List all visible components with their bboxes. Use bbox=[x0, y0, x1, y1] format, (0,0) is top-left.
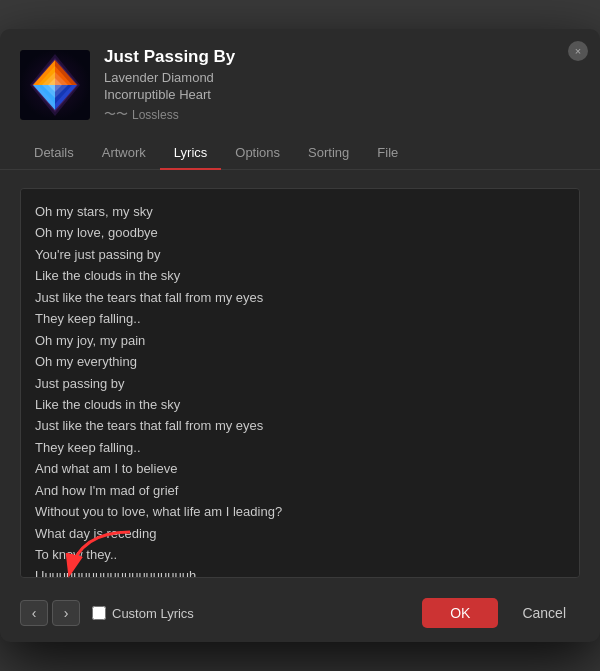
album-art bbox=[20, 50, 90, 120]
footer: ‹ › Custom Lyrics OK Cancel bbox=[0, 588, 600, 642]
lossless-icon: 〜〜 bbox=[104, 106, 128, 123]
next-button[interactable]: › bbox=[52, 600, 80, 626]
nav-buttons: ‹ › bbox=[20, 600, 80, 626]
tab-options[interactable]: Options bbox=[221, 137, 294, 170]
quality-label: Lossless bbox=[132, 108, 179, 122]
tab-sorting[interactable]: Sorting bbox=[294, 137, 363, 170]
tab-file[interactable]: File bbox=[363, 137, 412, 170]
custom-lyrics-checkbox[interactable] bbox=[92, 606, 106, 620]
footer-left: ‹ › Custom Lyrics bbox=[20, 600, 194, 626]
content-area: Oh my stars, my sky Oh my love, goodbye … bbox=[0, 170, 600, 588]
track-quality: 〜〜 Lossless bbox=[104, 106, 580, 123]
footer-right: OK Cancel bbox=[422, 598, 580, 628]
album-art-image bbox=[20, 50, 90, 120]
track-info: Just Passing By Lavender Diamond Incorru… bbox=[104, 47, 580, 123]
track-title: Just Passing By bbox=[104, 47, 580, 67]
tab-artwork[interactable]: Artwork bbox=[88, 137, 160, 170]
tab-details[interactable]: Details bbox=[20, 137, 88, 170]
tabs-bar: Details Artwork Lyrics Options Sorting F… bbox=[0, 137, 600, 170]
dialog: × bbox=[0, 29, 600, 642]
header: Just Passing By Lavender Diamond Incorru… bbox=[0, 29, 600, 137]
custom-lyrics-text: Custom Lyrics bbox=[112, 606, 194, 621]
cancel-button[interactable]: Cancel bbox=[508, 598, 580, 628]
tab-lyrics[interactable]: Lyrics bbox=[160, 137, 221, 170]
track-artist: Lavender Diamond bbox=[104, 70, 580, 85]
close-button[interactable]: × bbox=[568, 41, 588, 61]
track-album: Incorruptible Heart bbox=[104, 87, 580, 102]
custom-lyrics-label[interactable]: Custom Lyrics bbox=[92, 606, 194, 621]
lyrics-container[interactable]: Oh my stars, my sky Oh my love, goodbye … bbox=[20, 188, 580, 578]
lyrics-text: Oh my stars, my sky Oh my love, goodbye … bbox=[35, 201, 565, 578]
ok-button[interactable]: OK bbox=[422, 598, 498, 628]
prev-button[interactable]: ‹ bbox=[20, 600, 48, 626]
